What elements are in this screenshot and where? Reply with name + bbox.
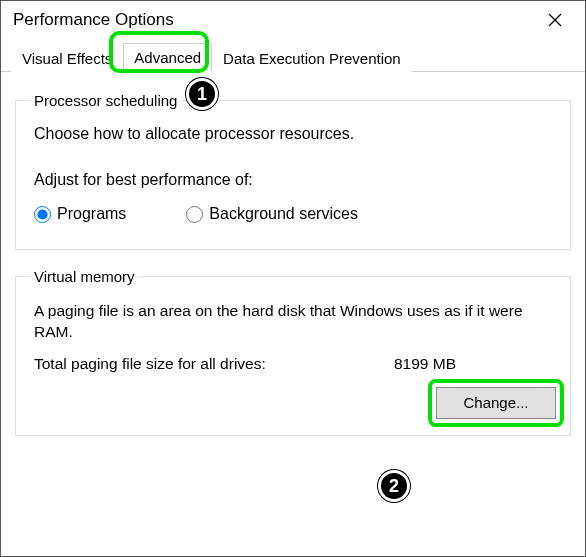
virtual-memory-legend: Virtual memory [30, 268, 139, 285]
tab-dep[interactable]: Data Execution Prevention [212, 44, 412, 72]
annotation-callout-2: 2 [378, 470, 410, 502]
virtual-memory-total-value: 8199 MB [394, 355, 456, 373]
tab-content-advanced: Processor scheduling Choose how to alloc… [1, 72, 585, 466]
tabstrip: Visual Effects Advanced Data Execution P… [1, 39, 585, 72]
tab-visual-effects[interactable]: Visual Effects [11, 44, 123, 72]
change-button-row: Change... [30, 387, 556, 419]
radio-background-input[interactable] [186, 206, 203, 223]
change-button[interactable]: Change... [436, 387, 556, 419]
tab-advanced[interactable]: Advanced [123, 43, 212, 72]
radio-programs-label: Programs [57, 205, 126, 223]
radio-background-label: Background services [209, 205, 358, 223]
close-icon [548, 13, 562, 27]
close-button[interactable] [535, 5, 575, 35]
radio-background[interactable]: Background services [186, 205, 358, 223]
virtual-memory-description: A paging file is an area on the hard dis… [34, 301, 556, 343]
processor-description: Choose how to allocate processor resourc… [34, 125, 556, 143]
processor-scheduling-legend: Processor scheduling [30, 92, 181, 109]
processor-scheduling-group: Processor scheduling Choose how to alloc… [15, 92, 571, 250]
virtual-memory-total-row: Total paging file size for all drives: 8… [34, 355, 556, 373]
radio-programs-input[interactable] [34, 206, 51, 223]
performance-options-window: Performance Options Visual Effects Advan… [0, 0, 586, 557]
processor-subheading: Adjust for best performance of: [34, 171, 556, 189]
titlebar: Performance Options [1, 1, 585, 39]
virtual-memory-total-label: Total paging file size for all drives: [34, 355, 394, 373]
radio-group-performance: Programs Background services [34, 205, 556, 223]
virtual-memory-group: Virtual memory A paging file is an area … [15, 268, 571, 436]
window-title: Performance Options [13, 10, 174, 30]
radio-programs[interactable]: Programs [34, 205, 126, 223]
